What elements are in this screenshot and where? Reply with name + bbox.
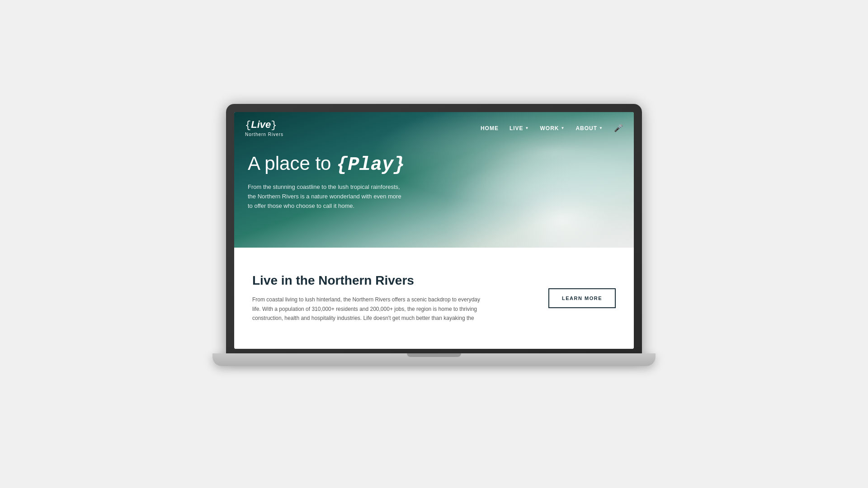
laptop-base xyxy=(212,353,656,366)
navigation: {Live} Northern Rivers HOME LIVE xyxy=(234,112,634,144)
nav-work-label: WORK xyxy=(540,125,559,131)
nav-about-dropdown-icon: ▼ xyxy=(599,126,603,130)
nav-home-label: HOME xyxy=(481,125,499,131)
nav-live[interactable]: LIVE ▼ xyxy=(509,125,529,131)
hero-title-italic: {Play} xyxy=(336,154,405,176)
logo-text: {Live} Northern Rivers xyxy=(245,119,283,137)
nav-home[interactable]: HOME xyxy=(481,125,499,131)
hero-title-plain: A place to xyxy=(248,153,336,174)
site-wrapper: {Live} Northern Rivers HOME LIVE xyxy=(234,112,634,349)
hero-description: From the stunning coastline to the lush … xyxy=(248,183,401,211)
hero-content: A place to {Play} From the stunning coas… xyxy=(234,144,454,220)
laptop-body: {Live} Northern Rivers HOME LIVE xyxy=(226,104,642,366)
learn-more-button[interactable]: LEARN MORE xyxy=(548,288,616,308)
nav-live-label: LIVE xyxy=(509,125,524,131)
content-text-block: Live in the Northern Rivers From coastal… xyxy=(252,273,530,323)
nav-links: HOME LIVE ▼ WORK ▼ xyxy=(481,124,623,132)
microphone-icon[interactable]: 🎤 xyxy=(614,124,623,132)
logo-brace-close: } xyxy=(271,120,277,131)
nav-about-label: ABOUT xyxy=(576,125,597,131)
nav-about[interactable]: ABOUT ▼ xyxy=(576,125,603,131)
nav-work[interactable]: WORK ▼ xyxy=(540,125,565,131)
logo-brace-open: { xyxy=(245,120,251,131)
nav-live-dropdown-icon: ▼ xyxy=(525,126,529,130)
laptop-bezel: {Live} Northern Rivers HOME LIVE xyxy=(226,104,642,357)
logo[interactable]: {Live} Northern Rivers xyxy=(245,119,283,137)
logo-live: Live xyxy=(251,119,271,130)
content-description: From coastal living to lush hinterland, … xyxy=(252,295,487,323)
content-section: Live in the Northern Rivers From coastal… xyxy=(234,248,634,349)
laptop-container: {Live} Northern Rivers HOME LIVE xyxy=(226,104,642,384)
logo-subtitle: Northern Rivers xyxy=(245,132,283,137)
nav-work-dropdown-icon: ▼ xyxy=(561,126,565,130)
content-title: Live in the Northern Rivers xyxy=(252,273,530,288)
hero-section: {Live} Northern Rivers HOME LIVE xyxy=(234,112,634,248)
hero-title: A place to {Play} xyxy=(248,153,440,175)
laptop-screen: {Live} Northern Rivers HOME LIVE xyxy=(234,112,634,349)
